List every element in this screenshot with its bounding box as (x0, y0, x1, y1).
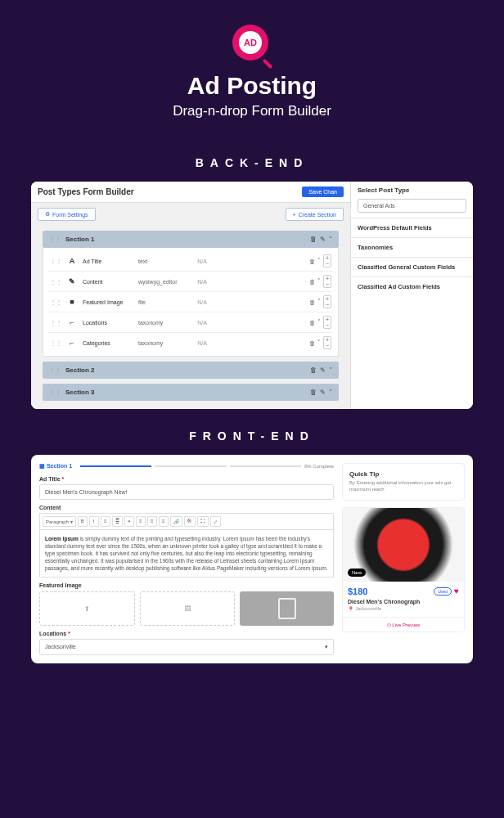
minus-icon[interactable]: − (324, 322, 331, 328)
locations-select[interactable]: Jacksonville▾ (39, 639, 334, 655)
drag-handle-icon[interactable]: ⋮⋮ (50, 278, 61, 285)
minus-icon[interactable]: − (324, 261, 331, 267)
form-settings-button[interactable]: ⚙Form Settings (38, 208, 96, 221)
create-section-button[interactable]: +Create Section (286, 208, 344, 221)
fullscreen-button[interactable]: ⛶ (197, 516, 209, 527)
text-field-icon: A (66, 255, 78, 267)
align-right-button[interactable]: ≡ (159, 516, 169, 527)
plus-icon[interactable]: + (324, 255, 331, 261)
chevron-down-icon[interactable]: ˅ (329, 366, 332, 374)
pin-icon: 📍 (348, 606, 353, 612)
upload-slot-2[interactable]: 🖼 (140, 591, 236, 626)
preview-price: $180 (348, 587, 367, 596)
sidebar-item[interactable]: Classified Ad Custom Fields (351, 276, 473, 296)
drag-handle-icon[interactable]: ⋮⋮ (50, 258, 61, 265)
drag-handle-icon[interactable]: ⋮⋮ (50, 339, 61, 347)
page-title: Post Types Form Builder (38, 187, 134, 196)
field-row[interactable]: ⋮⋮ ⌐ Locations taxonomy N/A 🗑˅+− (48, 312, 333, 333)
section-title: Section 1 (65, 236, 95, 243)
chevron-down-icon: ▾ (325, 644, 328, 650)
field-row[interactable]: ⋮⋮ ⌐ Categories taxonomy N/A 🗑˅+− (48, 333, 333, 353)
section-header-2[interactable]: ⋮⋮Section 2 🗑✎˅ (43, 362, 339, 379)
sidebar-item[interactable]: WordPress Default Fields (351, 218, 473, 237)
frontend-panel: ▦ Section 1 0% Complete Ad Title * Diese… (31, 455, 473, 663)
step-line-1[interactable] (80, 465, 151, 467)
post-type-select[interactable]: General Ads (358, 199, 466, 213)
bold-button[interactable]: B (78, 516, 88, 527)
backend-sidebar: Select Post Type General Ads WordPress D… (350, 182, 473, 409)
plus-icon[interactable]: + (324, 317, 331, 322)
plus-icon: + (293, 212, 296, 218)
backend-label: BACK-END (0, 156, 504, 169)
section-header-1[interactable]: ⋮⋮Section 1 🗑✎˄ (43, 231, 339, 248)
minus-icon[interactable]: − (324, 302, 331, 308)
quote-button[interactable]: ❝ (124, 516, 134, 527)
field-row[interactable]: ⋮⋮ ■ Featured Image file N/A 🗑˅+− (48, 292, 333, 312)
drag-handle-icon[interactable]: ⋮⋮ (49, 236, 61, 243)
upload-slot-1[interactable]: ⬆ (39, 591, 135, 626)
save-button[interactable]: Save Chan (302, 187, 344, 197)
used-tag: Used (434, 587, 452, 596)
hero-title: Ad Posting (0, 72, 504, 100)
upload-slot-3[interactable] (240, 591, 334, 626)
edit-icon[interactable]: ✎ (320, 389, 326, 396)
step-line-2[interactable] (155, 465, 226, 467)
paragraph-select[interactable]: Paragraph ▾ (43, 516, 76, 527)
chevron-up-icon[interactable]: ˄ (329, 236, 332, 243)
drag-handle-icon[interactable]: ⋮⋮ (50, 299, 61, 306)
drag-handle-icon[interactable]: ⋮⋮ (49, 366, 61, 374)
unlink-button[interactable]: ⛓ (184, 516, 196, 527)
chevron-down-icon[interactable]: ˅ (329, 389, 332, 396)
drag-handle-icon[interactable]: ⋮⋮ (50, 319, 61, 326)
plus-icon[interactable]: + (324, 276, 331, 281)
drag-handle-icon[interactable]: ⋮⋮ (49, 389, 61, 396)
hero-subtitle: Drag-n-drop Form Builder (0, 103, 504, 119)
trash-icon[interactable]: 🗑 (310, 236, 317, 243)
content-editor[interactable]: Lorem Ipsum is simply dummy text of the … (39, 529, 334, 578)
edit-icon[interactable]: ✎ (320, 236, 326, 243)
expand-button[interactable]: ⤢ (210, 516, 221, 527)
plus-icon[interactable]: + (324, 296, 331, 302)
trash-icon[interactable]: 🗑 (310, 366, 317, 374)
taxonomy-field-icon: ⌐ (66, 337, 78, 348)
trash-icon[interactable]: 🗑 (309, 258, 315, 264)
field-list: ⋮⋮ A Ad Title text N/A 🗑˅+− ⋮⋮ ✎ Content… (43, 248, 339, 357)
chevron-down-icon[interactable]: ˅ (317, 319, 321, 326)
field-row[interactable]: ⋮⋮ A Ad Title text N/A 🗑˅+− (48, 251, 333, 272)
quick-tip-card: Quick Tip By Entering additional informa… (342, 463, 465, 501)
ul-button[interactable]: ≡ (101, 516, 110, 527)
section-header-3[interactable]: ⋮⋮Section 3 🗑✎˅ (43, 384, 339, 401)
file-field-icon: ■ (66, 296, 78, 308)
step-line-3[interactable] (230, 465, 301, 467)
file-icon (278, 598, 296, 619)
italic-button[interactable]: I (89, 516, 99, 527)
ol-button[interactable]: ≣ (112, 516, 123, 527)
edit-icon[interactable]: ✎ (320, 366, 326, 374)
field-row[interactable]: ⋮⋮ ✎ Content wysiwyg_editor N/A 🗑˅+− (48, 272, 333, 292)
trash-icon[interactable]: 🗑 (309, 279, 315, 285)
live-preview-button[interactable]: ◷ Live Preview (343, 617, 464, 631)
progress-percent: 0% Complete (304, 464, 334, 469)
image-icon: 🖼 (184, 605, 191, 613)
chevron-down-icon[interactable]: ˅ (317, 278, 321, 285)
section-title: Section 3 (65, 389, 95, 396)
trash-icon[interactable]: 🗑 (309, 299, 315, 305)
minus-icon[interactable]: − (324, 281, 331, 287)
chevron-down-icon[interactable]: ˅ (317, 339, 321, 346)
trash-icon[interactable]: 🗑 (309, 340, 315, 346)
sidebar-item[interactable]: Classified General Custom Fields (351, 257, 473, 276)
ad-title-input[interactable]: Diesel Men's Chronograph New! (39, 484, 334, 500)
chevron-down-icon[interactable]: ˅ (317, 299, 321, 305)
link-button[interactable]: 🔗 (170, 516, 182, 527)
trash-icon[interactable]: 🗑 (310, 389, 317, 396)
minus-icon[interactable]: − (324, 343, 331, 348)
preview-card: New $180 Used ♥ Diesel Men's Chronograph… (342, 507, 465, 632)
align-center-button[interactable]: ≡ (147, 516, 157, 527)
trash-icon[interactable]: 🗑 (309, 320, 315, 326)
heart-icon[interactable]: ♥ (454, 587, 459, 596)
featured-image-label: Featured Image (39, 582, 334, 588)
sidebar-item[interactable]: Taxonomies (351, 237, 473, 257)
plus-icon[interactable]: + (324, 337, 331, 343)
chevron-down-icon[interactable]: ˅ (317, 258, 321, 264)
align-left-button[interactable]: ≡ (136, 516, 146, 527)
